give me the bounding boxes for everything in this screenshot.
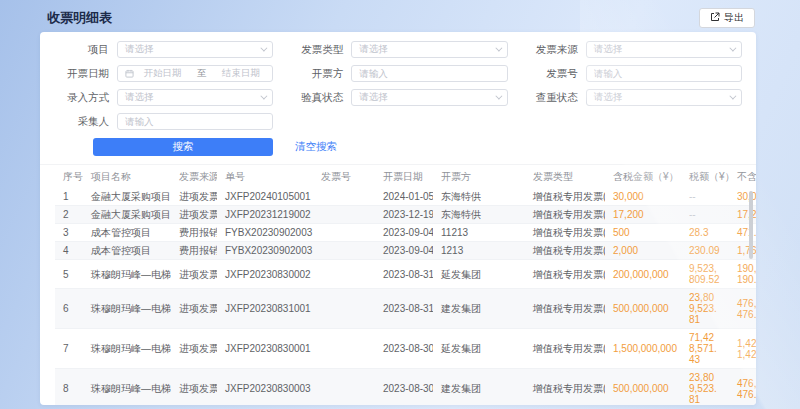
cell-project: 珠穆朗玛峰—电梯安装 (83, 289, 171, 329)
verify-status-select[interactable]: 请选择 (351, 89, 507, 106)
cell-invoice_no (313, 260, 375, 289)
cell-order_no: FYBX20230902003 (217, 224, 313, 242)
cell-type: 增值税专用发票(蓝) (525, 206, 605, 224)
cell-tax: 230.09 (681, 242, 729, 260)
cell-no: 3 (55, 224, 83, 242)
cell-type: 增值税专用发票(蓝) (525, 369, 605, 406)
filter-label-entry-method: 录入方式 (55, 91, 117, 105)
filter-panel: 项目 请选择 发票类型 请选择 发票来源 请选择 (40, 32, 756, 165)
cell-amount_without_tax: 476,190,476.19 (729, 289, 756, 329)
export-button[interactable]: 导出 (699, 8, 755, 28)
filter-label-invoice-date: 开票日期 (55, 67, 117, 81)
chevron-down-icon (729, 93, 736, 100)
cell-tax: 23,809,523.81 (681, 369, 729, 406)
filter-label-invoice-source: 发票来源 (524, 43, 586, 57)
filter-label-dup-status: 查重状态 (524, 91, 586, 105)
table-body: 1金融大厦采购项目进项发票JXFP202401050012024-01-05东海… (55, 188, 756, 405)
cell-amount_without_tax: 190,476,190.48 (729, 260, 756, 289)
cell-date: 2023-08-30 (375, 369, 433, 406)
cell-order_no: JXFP20230831001 (217, 289, 313, 329)
chevron-down-icon (261, 45, 268, 52)
cell-project: 成本管控项目 (83, 242, 171, 260)
cell-tax: 9,523,809.52 (681, 260, 729, 289)
cell-invoice_no (313, 369, 375, 406)
clear-search-link[interactable]: 清空搜索 (295, 140, 337, 154)
cell-project: 金融大厦采购项目 (83, 206, 171, 224)
collector-input[interactable] (125, 116, 265, 127)
cell-source: 进项发票 (171, 206, 217, 224)
search-button[interactable]: 搜索 (93, 138, 273, 156)
cell-source: 进项发票 (171, 329, 217, 369)
invoice-date-range[interactable]: 开始日期 至 结束日期 (117, 65, 273, 82)
cell-amount_with_tax: 1,500,000,000 (605, 329, 681, 369)
filter-label-verify-status: 验真状态 (289, 91, 351, 105)
table-row[interactable]: 6珠穆朗玛峰—电梯安装进项发票JXFP202308310012023-08-31… (55, 289, 756, 329)
date-start-placeholder: 开始日期 (138, 67, 187, 80)
cell-order_no: JXFP20230830002 (217, 260, 313, 289)
cell-invoice_no (313, 289, 375, 329)
table-row[interactable]: 8珠穆朗玛峰—电梯安装进项发票JXFP202308300032023-08-30… (55, 369, 756, 406)
cell-type: 增值税专用发票(蓝) (525, 260, 605, 289)
entry-method-select[interactable]: 请选择 (117, 89, 273, 106)
column-header: 开票方 (433, 165, 525, 188)
cell-project: 珠穆朗玛峰—电梯安装 (83, 260, 171, 289)
cell-issuer: 延发集团 (433, 329, 525, 369)
cell-order_no: JXFP20231219002 (217, 206, 313, 224)
cell-invoice_no (313, 329, 375, 369)
invoice-no-input[interactable] (594, 68, 734, 79)
table-row[interactable]: 5珠穆朗玛峰—电梯安装进项发票JXFP202308300022023-08-31… (55, 260, 756, 289)
cell-date: 2023-08-31 (375, 260, 433, 289)
invoice-table: 序号项目名称发票来源单号发票号开票日期开票方发票类型含税金额（¥）税额（¥）不含… (40, 165, 756, 405)
cell-project: 珠穆朗玛峰—电梯安装 (83, 329, 171, 369)
cell-order_no: JXFP20240105001 (217, 188, 313, 206)
table-row[interactable]: 7珠穆朗玛峰—电梯安装进项发票JXFP202308300012023-08-30… (55, 329, 756, 369)
invoice-type-select[interactable]: 请选择 (351, 41, 507, 58)
cell-type: 增值税专用发票(蓝) (525, 242, 605, 260)
table-row[interactable]: 1金融大厦采购项目进项发票JXFP202401050012024-01-05东海… (55, 188, 756, 206)
column-header: 序号 (55, 165, 83, 188)
table-row[interactable]: 4成本管控项目费用报销FYBX202309020032023-09-041213… (55, 242, 756, 260)
cell-tax: -- (681, 206, 729, 224)
column-header: 不含税金额（¥） (729, 165, 756, 188)
project-select[interactable]: 请选择 (117, 41, 273, 58)
chevron-down-icon (261, 93, 268, 100)
cell-project: 珠穆朗玛峰—电梯安装 (83, 369, 171, 406)
cell-order_no: JXFP20230830003 (217, 369, 313, 406)
cell-invoice_no (313, 242, 375, 260)
issuer-input[interactable] (359, 68, 499, 79)
cell-date: 2023-08-30 (375, 329, 433, 369)
cell-issuer: 11213 (433, 224, 525, 242)
cell-tax: 23,809,523.81 (681, 289, 729, 329)
cell-source: 进项发票 (171, 289, 217, 329)
cell-no: 5 (55, 260, 83, 289)
cell-date: 2024-01-05 (375, 188, 433, 206)
chevron-down-icon (495, 45, 502, 52)
cell-no: 8 (55, 369, 83, 406)
cell-issuer: 延发集团 (433, 260, 525, 289)
dup-status-select[interactable]: 请选择 (586, 89, 742, 106)
date-end-placeholder: 结束日期 (216, 67, 265, 80)
export-icon (710, 12, 720, 24)
cell-date: 2023-12-19 (375, 206, 433, 224)
cell-date: 2023-08-31 (375, 289, 433, 329)
column-header: 项目名称 (83, 165, 171, 188)
cell-type: 增值税专用发票(蓝) (525, 289, 605, 329)
column-header: 开票日期 (375, 165, 433, 188)
table-row[interactable]: 2金融大厦采购项目进项发票JXFP202312190022023-12-19东海… (55, 206, 756, 224)
cell-amount_with_tax: 2,000 (605, 242, 681, 260)
cell-amount_without_tax: 476,190,476.19 (729, 369, 756, 406)
calendar-icon (125, 69, 134, 78)
cell-issuer: 建发集团 (433, 289, 525, 329)
cell-source: 进项发票 (171, 369, 217, 406)
top-bar: 收票明细表 导出 (0, 0, 800, 34)
cell-type: 增值税专用发票(蓝) (525, 329, 605, 369)
cell-issuer: 1213 (433, 242, 525, 260)
cell-amount_with_tax: 500 (605, 224, 681, 242)
vertical-scrollbar[interactable] (749, 191, 753, 259)
cell-invoice_no (313, 206, 375, 224)
column-header: 发票来源 (171, 165, 217, 188)
page-title: 收票明细表 (47, 9, 112, 27)
invoice-source-select[interactable]: 请选择 (586, 41, 742, 58)
table-row[interactable]: 3成本管控项目费用报销FYBX202309020032023-09-041121… (55, 224, 756, 242)
chevron-down-icon (729, 45, 736, 52)
